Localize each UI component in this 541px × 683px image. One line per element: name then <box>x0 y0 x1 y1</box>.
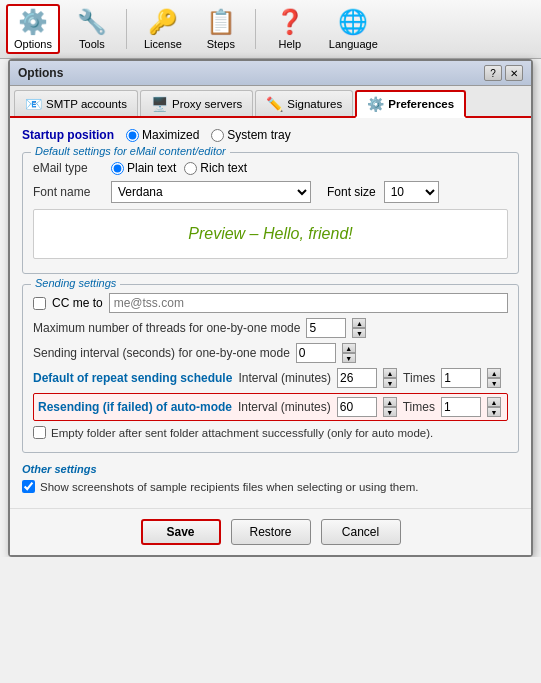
startup-maximized-label: Maximized <box>142 128 199 142</box>
interval-spinner: ▲ ▼ <box>342 343 356 363</box>
startup-row: Startup position Maximized System tray <box>22 128 519 142</box>
rich-text-option[interactable]: Rich text <box>184 161 247 175</box>
proxy-tab-icon: 🖥️ <box>151 96 168 112</box>
other-title: Other settings <box>22 463 519 475</box>
empty-folder-checkbox[interactable] <box>33 426 46 439</box>
preview-box: Preview – Hello, friend! <box>33 209 508 259</box>
repeat-times-down[interactable]: ▼ <box>487 378 501 388</box>
resend-times-label: Times <box>403 400 435 414</box>
tab-bar: 📧 SMTP accounts 🖥️ Proxy servers ✏️ Sign… <box>10 86 531 118</box>
plain-text-radio[interactable] <box>111 162 124 175</box>
startup-maximized-radio[interactable] <box>126 129 139 142</box>
footer: Save Restore Cancel <box>10 508 531 555</box>
toolbar-options[interactable]: ⚙️ Options <box>6 4 60 54</box>
options-window: Options ? ✕ 📧 SMTP accounts 🖥️ Proxy ser… <box>8 59 533 557</box>
threads-up[interactable]: ▲ <box>352 318 366 328</box>
license-label: License <box>144 38 182 50</box>
resend-interval-down[interactable]: ▼ <box>383 407 397 417</box>
smtp-tab-icon: 📧 <box>25 96 42 112</box>
repeat-times-spinner: ▲ ▼ <box>487 368 501 388</box>
screenshots-checkbox[interactable] <box>22 480 35 493</box>
toolbar-steps[interactable]: 📋 Steps <box>197 5 245 53</box>
tab-signatures[interactable]: ✏️ Signatures <box>255 90 353 116</box>
repeat-interval-up[interactable]: ▲ <box>383 368 397 378</box>
language-label: Language <box>329 38 378 50</box>
startup-label: Startup position <box>22 128 114 142</box>
cc-input[interactable] <box>109 293 508 313</box>
tab-preferences[interactable]: ⚙️ Preferences <box>355 90 466 118</box>
font-row: Font name Verdana Arial Courier New Geor… <box>33 181 508 203</box>
startup-systray-option[interactable]: System tray <box>211 128 290 142</box>
smtp-tab-label: SMTP accounts <box>46 98 127 110</box>
preview-text: Preview – Hello, friend! <box>188 225 353 243</box>
threads-row: Maximum number of threads for one-by-one… <box>33 318 508 338</box>
resend-row: Resending (if failed) of auto-mode Inter… <box>33 393 508 421</box>
resend-times-up[interactable]: ▲ <box>487 397 501 407</box>
resend-interval-input[interactable] <box>337 397 377 417</box>
help-button[interactable]: ? <box>484 65 502 81</box>
repeat-interval-spinner: ▲ ▼ <box>383 368 397 388</box>
steps-label: Steps <box>207 38 235 50</box>
tools-label: Tools <box>79 38 105 50</box>
threads-input[interactable] <box>306 318 346 338</box>
email-type-row: eMail type Plain text Rich text <box>33 161 508 175</box>
repeat-interval-down[interactable]: ▼ <box>383 378 397 388</box>
language-icon: 🌐 <box>338 8 368 36</box>
interval-down[interactable]: ▼ <box>342 353 356 363</box>
proxy-tab-label: Proxy servers <box>172 98 242 110</box>
interval-up[interactable]: ▲ <box>342 343 356 353</box>
tab-proxy[interactable]: 🖥️ Proxy servers <box>140 90 253 116</box>
close-button[interactable]: ✕ <box>505 65 523 81</box>
cc-checkbox[interactable] <box>33 297 46 310</box>
rich-text-radio[interactable] <box>184 162 197 175</box>
titlebar-buttons: ? ✕ <box>484 65 523 81</box>
sending-section-title: Sending settings <box>31 277 120 289</box>
email-type-label: eMail type <box>33 161 103 175</box>
email-section: Default settings for eMail content/edito… <box>22 152 519 274</box>
preferences-tab-label: Preferences <box>388 98 454 110</box>
help-label: Help <box>279 38 302 50</box>
screenshots-row: Show screenshots of sample recipients fi… <box>22 480 519 493</box>
content-area: Startup position Maximized System tray D… <box>10 118 531 508</box>
repeat-row: Default of repeat sending schedule Inter… <box>33 368 508 388</box>
cancel-button[interactable]: Cancel <box>321 519 401 545</box>
toolbar-help[interactable]: ❓ Help <box>266 5 314 53</box>
signatures-tab-label: Signatures <box>287 98 342 110</box>
resend-interval-label: Interval (minutes) <box>238 400 331 414</box>
save-button[interactable]: Save <box>141 519 221 545</box>
restore-button[interactable]: Restore <box>231 519 311 545</box>
interval-input[interactable] <box>296 343 336 363</box>
repeat-interval-label: Interval (minutes) <box>238 371 331 385</box>
sending-section: Sending settings CC me to Maximum number… <box>22 284 519 453</box>
toolbar-language[interactable]: 🌐 Language <box>322 5 385 53</box>
window-title: Options <box>18 66 63 80</box>
startup-maximized-option[interactable]: Maximized <box>126 128 199 142</box>
tools-icon: 🔧 <box>77 8 107 36</box>
cc-row: CC me to <box>33 293 508 313</box>
toolbar-license[interactable]: 🔑 License <box>137 5 189 53</box>
sig-tab-icon: ✏️ <box>266 96 283 112</box>
cc-label: CC me to <box>52 296 103 310</box>
repeat-label: Default of repeat sending schedule <box>33 371 232 385</box>
resend-times-down[interactable]: ▼ <box>487 407 501 417</box>
repeat-interval-input[interactable] <box>337 368 377 388</box>
resend-label: Resending (if failed) of auto-mode <box>38 400 232 414</box>
options-icon: ⚙️ <box>18 8 48 36</box>
resend-interval-up[interactable]: ▲ <box>383 397 397 407</box>
threads-down[interactable]: ▼ <box>352 328 366 338</box>
pref-tab-icon: ⚙️ <box>367 96 384 112</box>
repeat-times-up[interactable]: ▲ <box>487 368 501 378</box>
repeat-times-input[interactable] <box>441 368 481 388</box>
other-section: Other settings Show screenshots of sampl… <box>22 463 519 493</box>
font-name-label: Font name <box>33 185 103 199</box>
font-size-select[interactable]: 10 8 9 11 12 14 <box>384 181 439 203</box>
toolbar-tools[interactable]: 🔧 Tools <box>68 5 116 53</box>
plain-text-label: Plain text <box>127 161 176 175</box>
plain-text-option[interactable]: Plain text <box>111 161 176 175</box>
titlebar: Options ? ✕ <box>10 61 531 86</box>
tab-smtp[interactable]: 📧 SMTP accounts <box>14 90 138 116</box>
resend-times-input[interactable] <box>441 397 481 417</box>
threads-label: Maximum number of threads for one-by-one… <box>33 321 300 335</box>
font-select[interactable]: Verdana Arial Courier New Georgia Times … <box>111 181 311 203</box>
startup-systray-radio[interactable] <box>211 129 224 142</box>
